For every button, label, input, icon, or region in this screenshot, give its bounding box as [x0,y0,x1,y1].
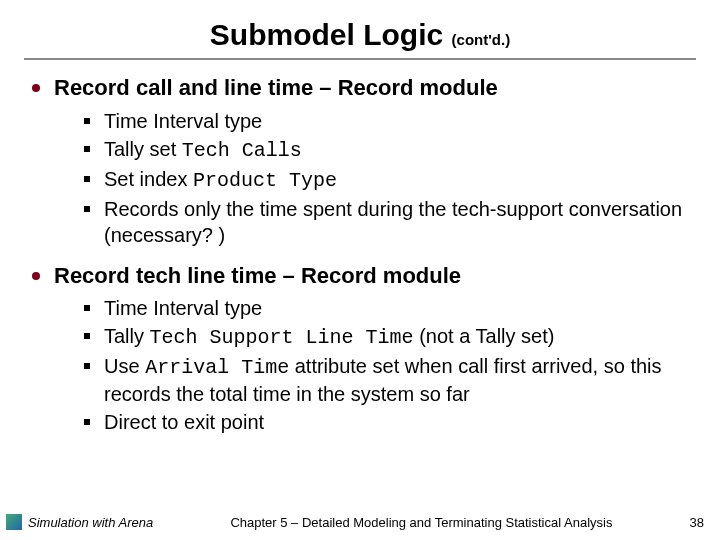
section: Record call and line time – Record modul… [32,74,690,248]
body-text: Set index [104,168,193,190]
list-item-text: Tally Tech Support Line Time (not a Tall… [104,323,554,351]
code-text: Tech Support Line Time [150,326,414,349]
bullet-square-icon [84,146,90,152]
bullet-square-icon [84,305,90,311]
section-heading-row: Record call and line time – Record modul… [32,74,690,102]
sublist: Time Interval typeTally set Tech CallsSe… [84,108,690,248]
list-item: Time Interval type [84,108,690,134]
slide-title: Submodel Logic [210,18,443,51]
section-heading: Record tech line time – Record module [54,262,461,290]
code-text: Product Type [193,169,337,192]
list-item-text: Direct to exit point [104,409,264,435]
list-item-text: Set index Product Type [104,166,337,194]
body-text: Tally set [104,138,182,160]
body-text: Time Interval type [104,297,262,319]
body-text: Time Interval type [104,110,262,132]
footer: Simulation with Arena Chapter 5 – Detail… [0,514,720,530]
section: Record tech line time – Record moduleTim… [32,262,690,436]
bullet-square-icon [84,333,90,339]
list-item-text: Tally set Tech Calls [104,136,302,164]
slide: Submodel Logic (cont'd.) Record call and… [0,0,720,540]
list-item: Records only the time spent during the t… [84,196,690,248]
bullet-square-icon [84,363,90,369]
body-text: (not a Tally set) [414,325,555,347]
list-item: Set index Product Type [84,166,690,194]
page-number: 38 [690,515,704,530]
list-item: Time Interval type [84,295,690,321]
bullet-square-icon [84,118,90,124]
content-area: Record call and line time – Record modul… [30,74,690,435]
list-item-text: Use Arrival Time attribute set when call… [104,353,690,407]
sublist: Time Interval typeTally Tech Support Lin… [84,295,690,435]
list-item: Tally set Tech Calls [84,136,690,164]
list-item-text: Time Interval type [104,295,262,321]
slide-title-suffix: (cont'd.) [452,31,511,48]
list-item: Tally Tech Support Line Time (not a Tall… [84,323,690,351]
list-item: Direct to exit point [84,409,690,435]
body-text: Tally [104,325,150,347]
bullet-square-icon [84,419,90,425]
footer-left: Simulation with Arena [28,515,153,530]
list-item: Use Arrival Time attribute set when call… [84,353,690,407]
code-text: Tech Calls [182,139,302,162]
bullet-square-icon [84,206,90,212]
list-item-text: Records only the time spent during the t… [104,196,690,248]
code-text: Arrival Time [145,356,289,379]
title-row: Submodel Logic (cont'd.) [24,18,696,60]
footer-center: Chapter 5 – Detailed Modeling and Termin… [153,515,689,530]
body-text: Use [104,355,145,377]
book-icon [6,514,22,530]
body-text: Direct to exit point [104,411,264,433]
list-item-text: Time Interval type [104,108,262,134]
section-heading: Record call and line time – Record modul… [54,74,498,102]
section-heading-row: Record tech line time – Record module [32,262,690,290]
bullet-square-icon [84,176,90,182]
bullet-dot-icon [32,272,40,280]
bullet-dot-icon [32,84,40,92]
body-text: Records only the time spent during the t… [104,198,682,246]
